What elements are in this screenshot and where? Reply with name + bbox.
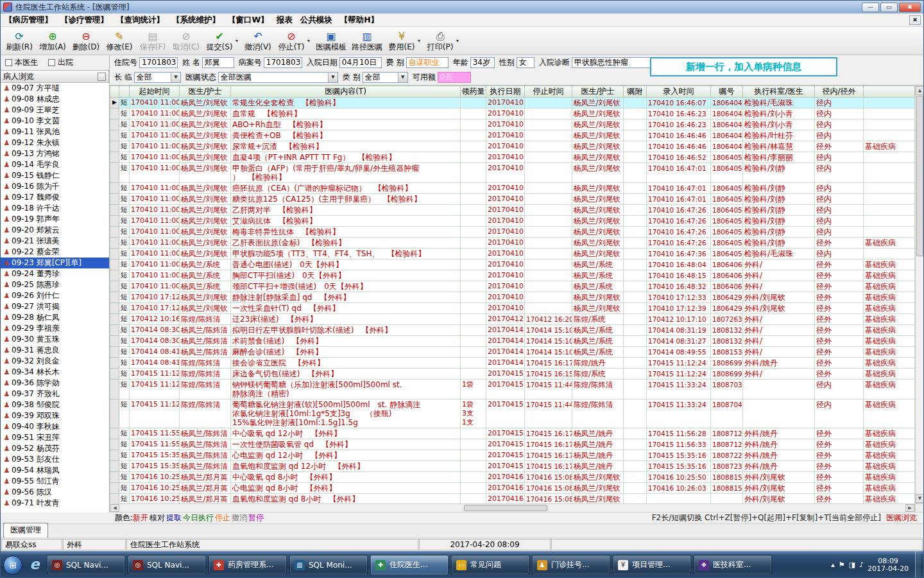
menu-item[interactable]: 报表 — [273, 15, 296, 26]
patient-list-item[interactable]: ♟09-54 林瑞凤 — [1, 465, 109, 476]
taskbar-button[interactable]: ▥SQL Moni... — [289, 555, 368, 575]
order-row[interactable]: 短170410 11:00杨凤兰/刘尾钦癌胚抗原（CEA）(广谱的肿瘤标记物） … — [110, 183, 915, 194]
own-doctor-checkbox[interactable]: 本医生 — [5, 57, 38, 68]
order-row[interactable]: 短170412 10:16陈煌/陈炜清迁23床(描述) 【外科】20170412… — [110, 314, 915, 325]
delete-button[interactable]: ⊖删除(D) — [69, 28, 103, 54]
minimize-icon[interactable]: — — [862, 3, 879, 12]
tray-flag-icon[interactable]: ⚑ — [839, 561, 845, 569]
add-button[interactable]: ⊕增加(A) — [36, 28, 69, 54]
order-row[interactable]: 短170410 11:00杨凤兰/刘尾钦甲胎蛋白（AFP）(常用于肝癌/睾丸/卵… — [110, 163, 915, 183]
close-icon[interactable]: ✖ — [899, 3, 921, 12]
tray-display-icon[interactable]: ◨ — [849, 561, 855, 569]
patient-list-item[interactable]: ♟09-15 钱静仁 — [1, 170, 109, 181]
order-row[interactable]: 短170415 15:35杨凤兰/陈炜清心电监测 qd 12小时 【外科】201… — [110, 450, 915, 461]
chevron-down-icon[interactable]: ▼ — [328, 73, 338, 82]
menu-item[interactable]: 【查询统计】 — [112, 15, 168, 26]
start-button[interactable]: ⊞ — [3, 556, 22, 575]
dropdown-arrow-icon[interactable]: ▾ — [454, 38, 459, 44]
horizontal-scroll-thumb[interactable] — [464, 505, 547, 511]
scroll-down-icon[interactable]: ▼ — [916, 494, 924, 503]
taskbar-button[interactable]: ¥项目管理... — [613, 555, 691, 575]
patient-list-item[interactable]: ♟09-13 方鸿铭 — [1, 148, 109, 159]
column-header[interactable]: 起始时间 — [130, 86, 180, 98]
column-header[interactable]: 医生/护士 — [572, 86, 624, 98]
patient-list-item[interactable]: ♟09-56 陈汉 — [1, 487, 109, 498]
order-row[interactable]: 短170410 11:00杨凤兰/刘尾钦梅毒非特异性抗体 【检验科】201704… — [110, 227, 915, 238]
edit-button[interactable]: ✎修改(E) — [103, 28, 136, 54]
scroll-right-icon[interactable]: ▶ — [905, 504, 914, 512]
stop-button[interactable]: ⊘停止(T)▾ — [275, 28, 313, 54]
order-template-button[interactable]: ▣医嘱模板 — [313, 28, 349, 54]
order-row[interactable]: 短170410 11:00杨凤兰/刘尾钦血常规 【检验科】20170410杨凤兰… — [110, 109, 915, 119]
child-window-close-icon[interactable]: ✖ — [909, 15, 921, 25]
patient-list-item[interactable]: ♟09-27 洪可揭 — [1, 301, 109, 312]
dropdown-arrow-icon[interactable]: ▾ — [234, 38, 239, 44]
patient-list-item[interactable]: ♟09-19 郭声年 — [1, 214, 109, 225]
chevron-down-icon[interactable]: ▼ — [171, 73, 180, 82]
chevron-down-icon[interactable]: ▼ — [398, 73, 407, 82]
patient-list-item[interactable]: ♟09-12 朱永镇 — [1, 137, 109, 148]
patient-list-item[interactable]: ♟09-71 叶发青 — [1, 498, 109, 509]
column-header[interactable]: 录入时间 — [647, 86, 711, 98]
submit-button[interactable]: ✔提交(S)▾ — [203, 28, 241, 54]
column-header[interactable]: 嘱附 — [624, 86, 647, 98]
order-row[interactable]: 短170410 11:00杨凤兰/刘尾钦尿常规+沉渣 【检验科】20170410… — [110, 141, 915, 152]
order-status-filter[interactable]: 全部医嘱▼ — [218, 72, 338, 83]
order-row[interactable]: 短170416 10:25杨凤兰/郑月英中心吸氧 qd 8小时 【外科】2017… — [110, 472, 915, 483]
order-row[interactable]: 短170410 11:00杨凤兰/刘尾钦乙肝两对半 【检验科】20170410杨… — [110, 205, 915, 216]
horizontal-scrollbar[interactable]: ◀ ▶ — [110, 504, 915, 512]
order-row[interactable]: 短170410 17:12杨凤兰/刘尾钦静脉注射[静脉采血] qd 【外科】20… — [110, 292, 915, 303]
fee-button[interactable]: ¥费用(E)▾ — [385, 28, 424, 54]
order-row[interactable]: 短170416 10:25杨凤兰/郑月英心电监测 qd 8小时 【外科】2017… — [110, 483, 915, 494]
patient-list-item[interactable]: ♟09-53 彭友仕 — [1, 454, 109, 465]
taskbar-button[interactable]: ♟门诊挂号... — [532, 555, 610, 575]
patient-list-item[interactable]: ♟09-28 杨仁凤 — [1, 312, 109, 323]
column-header[interactable]: 嘱号 — [711, 86, 743, 98]
order-row[interactable]: 短170410 11:00杨凤兰/刘尾钦艾滋病抗体 【检验科】20170410杨… — [110, 216, 915, 227]
menu-item[interactable]: 【窗口W】 — [224, 15, 273, 26]
order-row[interactable]: 短170414 08:30杨凤兰/陈炜清术前禁食(描述) 【外科】2017041… — [110, 336, 915, 347]
order-row[interactable]: 短170410 11:00杨凤兰/刘尾钦粪便检查+OB 【检验科】2017041… — [110, 130, 915, 141]
patient-list-item[interactable]: ♟09-25 陈惠珍 — [1, 279, 109, 290]
scroll-left-icon[interactable]: ◀ — [110, 504, 119, 512]
patient-list-item[interactable]: ♟09-40 李秋妹 — [1, 421, 109, 432]
dropdown-arrow-icon[interactable]: ▾ — [305, 38, 311, 44]
order-row[interactable]: 短170415 11:12陈煌/陈炜清钠钾镁钙葡萄糖（乐加)注射液[500ml]… — [110, 380, 915, 399]
order-row[interactable]: 短170410 11:00杨凤兰/刘尾钦甲状腺功能5项（TT3、TT4、FT4、… — [110, 249, 915, 259]
taskbar-button[interactable]: ❖医技科室... — [694, 555, 772, 575]
patient-name-field[interactable]: 郑翼 — [202, 57, 234, 68]
case-number-field[interactable]: 1701803 — [264, 57, 302, 68]
patient-list-item[interactable]: ♟09-51 宋丑萍 — [1, 432, 109, 443]
order-row[interactable]: 短170415 11:55杨凤兰/陈炜清中心吸氧 qd 12小时 【外科】201… — [110, 428, 915, 439]
column-header[interactable]: 径内/径外 — [815, 86, 864, 98]
patient-list-item[interactable]: ♟09-36 陈学勋 — [1, 378, 109, 389]
patient-list-item[interactable]: ♟09-16 陈为千 — [1, 181, 109, 192]
patient-list-item[interactable]: ♟09-32 刘良金 — [1, 356, 109, 367]
taskbar-button[interactable]: ◎SQL Navi... — [47, 555, 125, 575]
order-row[interactable]: 短170410 11:00杨凤兰/系统颈部CT平扫+增强(描述) 0天【外科】2… — [110, 281, 915, 292]
admission-date-field[interactable]: 04月10日 — [339, 57, 382, 68]
tray-volume-icon[interactable]: ♪ — [859, 561, 864, 569]
order-row[interactable]: 短170414 08:41陈煌/陈炜清接会诊省立医院 【外科】201704141… — [110, 358, 915, 369]
category-filter[interactable]: 全部▼ — [363, 72, 408, 83]
patient-list-item[interactable]: ♟09-55 邹江青 — [1, 476, 109, 487]
patient-list-item[interactable]: ♟09-17 魏师俊 — [1, 192, 109, 203]
order-row[interactable]: 短170414 08:41杨凤兰/陈炜清麻醉会诊(描述) 【外科】2017041… — [110, 347, 915, 358]
order-row[interactable]: 短170415 11:12陈煌/陈炜清葡萄糖氯化钠注射液(软)[500ml]50… — [110, 399, 915, 428]
patient-list-item[interactable]: ♟09-30 黄玉珠 — [1, 334, 109, 345]
taskbar-clock[interactable]: 08:09 2017-04-20 — [868, 557, 909, 573]
refresh-button[interactable]: ⟳刷新(R) — [3, 28, 36, 54]
patient-list-item[interactable]: ♟09-38 邹俊院 — [1, 399, 109, 410]
patient-list-item[interactable]: ♟09-22 蔡金荣 — [1, 247, 109, 258]
menu-item[interactable]: 公共模块 — [296, 15, 336, 26]
patient-panel-button[interactable] — [98, 73, 106, 81]
taskbar-button[interactable]: ◎SQL Navi... — [128, 555, 206, 575]
column-header[interactable]: 执行日期 — [486, 86, 525, 98]
patient-list-item[interactable]: ♟09-23 郑翼[CP][单] — [1, 258, 109, 268]
order-row[interactable]: 短170410 11:00杨凤兰/刘尾钦乙肝表面抗原(金标) 【检验科】2017… — [110, 238, 915, 249]
order-row[interactable]: 短170415 11:12陈煌/陈炜清床边备气切包(描述) 【外科】201704… — [110, 369, 915, 380]
patient-list-item[interactable]: ♟09-18 许千达 — [1, 203, 109, 214]
dropdown-arrow-icon[interactable]: ▾ — [416, 38, 421, 44]
order-row[interactable]: 短170410 11:00杨凤兰/刘尾钦ABO+Rh血型 【检验科】201704… — [110, 119, 915, 130]
column-header[interactable] — [119, 86, 130, 98]
